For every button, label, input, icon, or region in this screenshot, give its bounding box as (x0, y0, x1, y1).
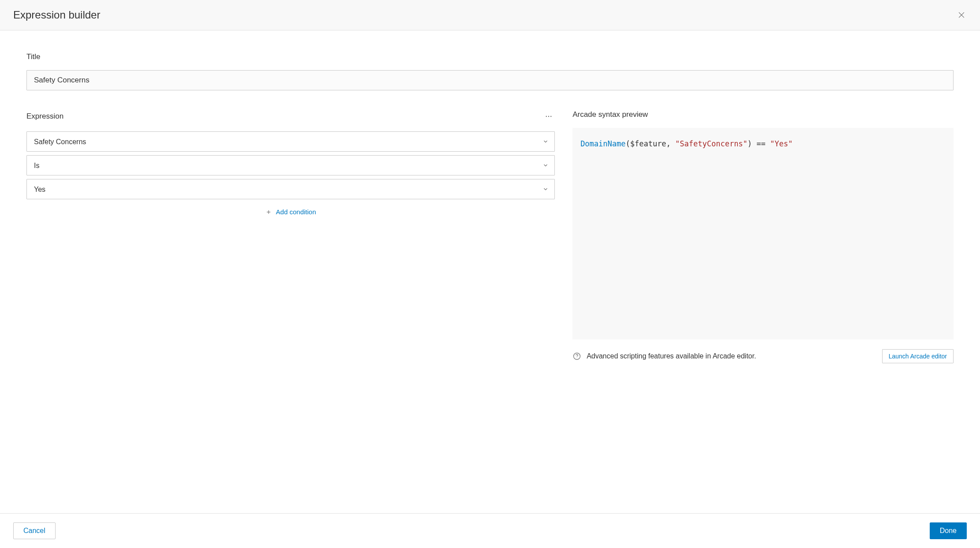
add-condition-button[interactable]: Add condition (26, 203, 555, 221)
modal-body: Title Expression Saf (0, 30, 980, 513)
svg-point-3 (548, 116, 549, 117)
expression-label: Expression (26, 112, 64, 121)
svg-point-2 (546, 116, 547, 117)
operator-select[interactable]: Is (26, 155, 555, 175)
ellipsis-icon (545, 112, 553, 120)
close-button[interactable] (956, 10, 967, 20)
code-token-plain: ) == (748, 139, 770, 148)
field-select[interactable]: Safety Concerns (26, 131, 555, 152)
value-select[interactable]: Yes (26, 179, 555, 199)
modal-header: Expression builder (0, 0, 980, 30)
expression-more-button[interactable] (542, 110, 555, 123)
preview-label: Arcade syntax preview (572, 110, 954, 119)
done-button[interactable]: Done (930, 522, 967, 539)
title-input[interactable] (26, 70, 954, 90)
help-icon (572, 352, 581, 361)
cancel-button[interactable]: Cancel (13, 522, 56, 539)
close-icon (957, 11, 966, 19)
code-token-plain: ($feature, (625, 139, 675, 148)
expression-column: Expression Safety Concerns (26, 110, 555, 363)
svg-point-4 (550, 116, 551, 117)
add-condition-label: Add condition (276, 208, 316, 216)
launch-arcade-editor-button[interactable]: Launch Arcade editor (882, 349, 954, 363)
title-label: Title (26, 52, 954, 61)
operator-select-wrap: Is (26, 155, 555, 175)
plus-icon (266, 209, 272, 215)
field-select-wrap: Safety Concerns (26, 131, 555, 152)
svg-point-8 (577, 358, 577, 358)
value-select-wrap: Yes (26, 179, 555, 199)
preview-column: Arcade syntax preview DomainName($featur… (572, 110, 954, 363)
expression-builder-modal: Expression builder Title Expression (0, 0, 980, 548)
code-token-string: "Yes" (770, 139, 793, 148)
preview-info-text: Advanced scripting features available in… (587, 352, 756, 360)
modal-footer: Cancel Done (0, 513, 980, 548)
code-token-function: DomainName (580, 139, 625, 148)
code-token-string: "SafetyConcerns" (675, 139, 748, 148)
modal-title: Expression builder (13, 9, 100, 21)
arcade-code-preview: DomainName($feature, "SafetyConcerns") =… (572, 128, 954, 339)
